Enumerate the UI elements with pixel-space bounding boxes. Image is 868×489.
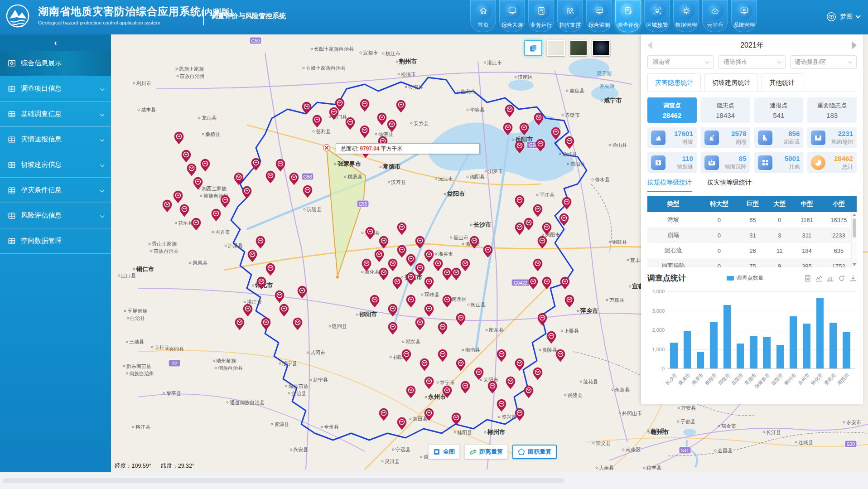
nav-item-数据管理[interactable]: 数据管理 — [673, 0, 699, 32]
map-place-label: 新宁县 — [313, 377, 328, 382]
bar-湘潭市[interactable] — [697, 352, 704, 368]
nav-item-首页[interactable]: 首页 — [470, 0, 496, 32]
chevron-down-icon — [100, 112, 105, 116]
sidebar-collapse-button[interactable]: ‹ — [0, 34, 111, 51]
table-scroll-up-icon[interactable] — [853, 213, 856, 216]
table-col-大型: 大型 — [766, 196, 793, 212]
year-prev-arrow-icon[interactable] — [647, 41, 652, 49]
year-navigator: 2021年 — [647, 39, 857, 52]
horizontal-scrollbar-thumb[interactable] — [3, 478, 564, 483]
sub-tab-按规模等级统计[interactable]: 按规模等级统计 — [647, 179, 692, 192]
map-water-label: 斧头湖 — [599, 83, 614, 89]
svg-text:22: 22 — [172, 361, 177, 366]
download-icon[interactable] — [849, 275, 857, 282]
refresh-icon[interactable] — [838, 275, 845, 282]
year-next-arrow-icon[interactable] — [852, 41, 857, 49]
map-place-label: 桂阳县 — [457, 430, 472, 435]
bar-岳阳市[interactable] — [737, 344, 744, 368]
nav-item-业务运行[interactable]: 业务运行 — [528, 0, 554, 32]
bar-怀化市[interactable] — [816, 298, 824, 368]
nav-item-区域预警[interactable]: 区域预警 — [644, 0, 670, 32]
sidebar-item-灾情速报信息[interactable]: 灾情速报信息 — [0, 127, 111, 152]
measure-close-icon[interactable] — [323, 144, 330, 151]
bar-娄底市[interactable] — [829, 323, 837, 368]
sidebar-item-综合信息展示[interactable]: 综合信息展示 — [0, 51, 111, 76]
bar-永州市[interactable] — [803, 324, 810, 368]
stat-tabs: 灾害隐患统计切坡建房统计其他统计 — [647, 73, 857, 92]
chevron-down-icon — [100, 213, 105, 218]
basemap-thumb-globe[interactable] — [592, 40, 610, 56]
stat-card-重要隐患点[interactable]: 重要隐患点183 — [807, 97, 857, 123]
type-stat-总计: 28462总计 — [807, 152, 857, 173]
map-place-label: 沅陵县 — [307, 207, 322, 212]
bar-株洲市[interactable] — [684, 331, 691, 368]
line-chart-icon[interactable] — [815, 275, 823, 282]
basemap-thumb-road[interactable] — [547, 40, 565, 56]
map-place-label: 长沙市 — [473, 221, 491, 228]
nav-item-调查评价[interactable]: 调查评价 — [615, 0, 641, 32]
tab-其他统计[interactable]: 其他统计 — [762, 73, 802, 92]
sub-tab-按灾情等级统计[interactable]: 按灾情等级统计 — [707, 179, 752, 192]
nav-item-综合大屏[interactable]: 综合大屏 — [499, 0, 525, 32]
region-select-2[interactable]: 请选择县/区 — [790, 55, 857, 69]
nav-item-综合监测[interactable]: 综合监测 — [586, 0, 612, 32]
app-logo-icon — [5, 4, 33, 31]
bar-益阳市[interactable] — [776, 345, 784, 368]
title-divider — [203, 7, 204, 25]
map-place-label: 通山县 — [612, 142, 627, 148]
bar-张家界市[interactable] — [763, 337, 770, 368]
bar-湘西州[interactable] — [843, 332, 850, 368]
bar-衡阳市[interactable] — [710, 322, 717, 368]
region-select-0[interactable]: 湖南省 — [647, 55, 714, 69]
nav-item-系统管理[interactable]: 系统管理 — [731, 0, 757, 32]
chart-toolbar — [804, 275, 857, 282]
map-tool-距离量算[interactable]: 距离量算 — [464, 445, 508, 459]
sidebar-item-基础调查信息[interactable]: 基础调查信息 — [0, 102, 111, 127]
user-area: 梦图 — [826, 12, 860, 22]
map-place-label: 苗族自治州 — [179, 73, 205, 79]
bar-chart-icon[interactable] — [827, 275, 834, 282]
landslide-icon — [651, 131, 665, 145]
sidebar-item-空间数据管理[interactable]: 空间数据管理 — [0, 228, 111, 254]
bar-郴州市[interactable] — [790, 316, 797, 368]
table-icon — [7, 211, 16, 220]
user-name[interactable]: 梦图 — [840, 13, 853, 21]
map-place-label: 侗族自治县 — [218, 365, 243, 371]
map-tool-全图[interactable]: 全图 — [428, 445, 460, 459]
region-select-1[interactable]: 请选择市 — [719, 55, 785, 69]
nav-item-云平台[interactable]: 云平台 — [702, 0, 728, 32]
tab-灾害隐患统计[interactable]: 灾害隐患统计 — [647, 73, 701, 92]
gridline-2000 — [667, 330, 855, 330]
sidebar-item-风险评估信息[interactable]: 风险评估信息 — [0, 203, 111, 228]
table-scroll-down-icon[interactable] — [853, 263, 856, 266]
map-tool-面积量算[interactable]: 面积量算 — [512, 445, 557, 459]
layers-button[interactable] — [524, 40, 542, 56]
user-menu-chevron-icon[interactable] — [855, 13, 860, 18]
table-col-中型: 中型 — [793, 196, 820, 212]
tab-切坡建房统计[interactable]: 切坡建房统计 — [704, 73, 758, 92]
sidebar-item-切坡建房信息[interactable]: 切坡建房信息 — [0, 152, 111, 178]
bar-常德市[interactable] — [750, 336, 757, 368]
bar-邵阳市[interactable] — [723, 305, 731, 368]
stat-card-速报点[interactable]: 速报点541 — [754, 97, 804, 123]
eye-icon[interactable] — [826, 12, 836, 22]
map-place-label: 瑞金市 — [721, 423, 736, 429]
chart-legend[interactable]: 调查点数量 — [686, 274, 804, 282]
stat-card-隐患点[interactable]: 隐患点18434 — [701, 97, 750, 123]
bar-长沙市[interactable] — [670, 343, 677, 368]
table-scroll-thumb[interactable] — [853, 218, 856, 237]
ytick-label: 0 — [647, 366, 665, 371]
nav-item-指挥支撑[interactable]: 指挥支撑 — [557, 0, 583, 32]
bottom-scroll-strip — [0, 472, 868, 489]
warning-icon — [649, 3, 665, 19]
data-view-icon[interactable] — [804, 275, 811, 282]
map-place-label: 赣州市 — [651, 429, 669, 436]
stat-card-调查点[interactable]: 调查点28462 — [647, 97, 697, 123]
gridline-4000 — [667, 291, 855, 292]
map-place-label: 兴安县 — [293, 447, 308, 452]
basemap-thumb-satellite[interactable] — [569, 40, 588, 56]
map-place-label: 咸丰县 — [141, 107, 156, 112]
sidebar-item-调查项目信息[interactable]: 调查项目信息 — [0, 76, 111, 102]
map-place-label: 郴州市 — [487, 429, 505, 436]
sidebar-item-孕灾条件信息[interactable]: 孕灾条件信息 — [0, 178, 111, 203]
